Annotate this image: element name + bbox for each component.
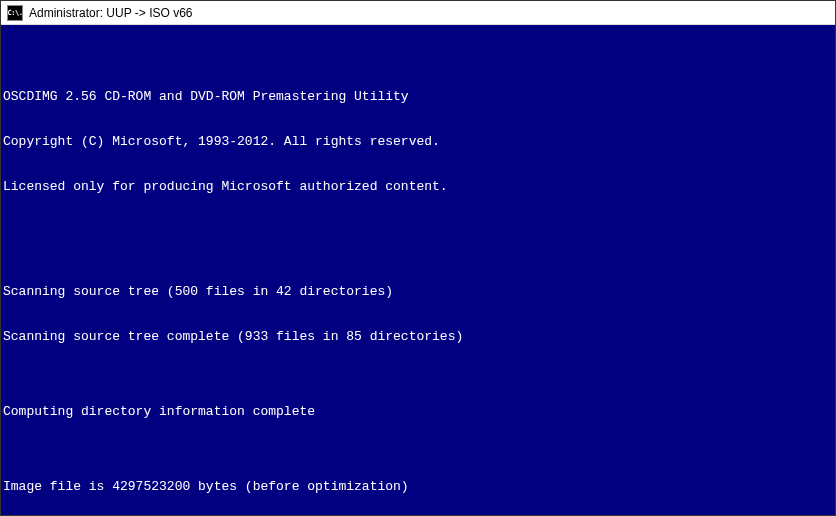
- console-line: Copyright (C) Microsoft, 1993-2012. All …: [3, 134, 833, 149]
- console-line: Licensed only for producing Microsoft au…: [3, 179, 833, 194]
- cmd-icon: C:\.: [7, 5, 23, 21]
- console-window: C:\. Administrator: UUP -> ISO v66 OSCDI…: [0, 0, 836, 516]
- window-title: Administrator: UUP -> ISO v66: [29, 6, 193, 20]
- console-line: Image file is 4297523200 bytes (before o…: [3, 479, 833, 494]
- console-output[interactable]: OSCDIMG 2.56 CD-ROM and DVD-ROM Premaste…: [1, 25, 835, 515]
- console-line: Computing directory information complete: [3, 404, 833, 419]
- console-line: Scanning source tree complete (933 files…: [3, 329, 833, 344]
- console-line: Scanning source tree (500 files in 42 di…: [3, 284, 833, 299]
- titlebar[interactable]: C:\. Administrator: UUP -> ISO v66: [1, 1, 835, 25]
- console-line: OSCDIMG 2.56 CD-ROM and DVD-ROM Premaste…: [3, 89, 833, 104]
